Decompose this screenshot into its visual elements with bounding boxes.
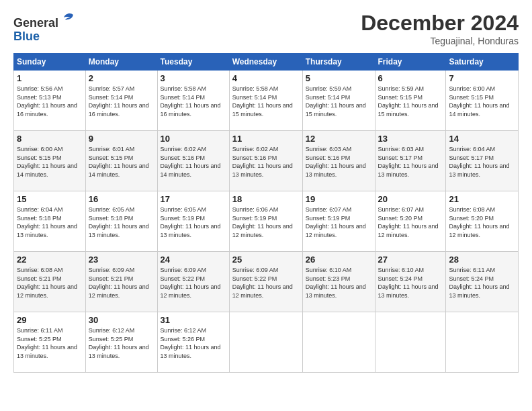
day-number: 2 <box>89 73 154 83</box>
calendar: Sunday Monday Tuesday Wednesday Thursday… <box>13 53 519 373</box>
calendar-cell-day-16: 16Sunrise: 6:05 AMSunset: 5:18 PMDayligh… <box>85 191 157 252</box>
calendar-cell-day-19: 19Sunrise: 6:07 AMSunset: 5:19 PMDayligh… <box>302 191 375 252</box>
day-info: Sunrise: 6:01 AMSunset: 5:15 PMDaylight:… <box>89 146 149 178</box>
calendar-cell-day-31: 31Sunrise: 6:12 AMSunset: 5:26 PMDayligh… <box>157 312 229 373</box>
day-number: 31 <box>161 315 226 325</box>
calendar-week-4: 22Sunrise: 6:08 AMSunset: 5:21 PMDayligh… <box>14 252 519 312</box>
day-number: 13 <box>378 134 443 144</box>
calendar-week-5: 29Sunrise: 6:11 AMSunset: 5:25 PMDayligh… <box>14 312 519 373</box>
calendar-cell-day-8: 8Sunrise: 6:00 AMSunset: 5:15 PMDaylight… <box>14 131 86 191</box>
day-number: 20 <box>378 194 443 204</box>
logo-text: General Blue <box>13 11 76 44</box>
day-info: Sunrise: 6:09 AMSunset: 5:21 PMDaylight:… <box>89 267 149 299</box>
col-saturday: Saturday <box>446 54 519 71</box>
day-info: Sunrise: 6:12 AMSunset: 5:25 PMDaylight:… <box>89 327 149 359</box>
day-number: 21 <box>449 194 515 204</box>
day-number: 3 <box>161 73 226 83</box>
day-info: Sunrise: 6:09 AMSunset: 5:22 PMDaylight:… <box>161 267 221 299</box>
day-info: Sunrise: 6:03 AMSunset: 5:16 PMDaylight:… <box>306 146 366 178</box>
logo-bird-icon <box>60 11 76 27</box>
day-info: Sunrise: 5:59 AMSunset: 5:14 PMDaylight:… <box>306 85 366 118</box>
day-info: Sunrise: 6:03 AMSunset: 5:17 PMDaylight:… <box>378 146 439 178</box>
day-info: Sunrise: 5:56 AMSunset: 5:13 PMDaylight:… <box>17 85 77 118</box>
calendar-cell-day-14: 14Sunrise: 6:04 AMSunset: 5:17 PMDayligh… <box>446 131 519 191</box>
day-number: 28 <box>449 255 515 265</box>
day-info: Sunrise: 6:02 AMSunset: 5:16 PMDaylight:… <box>161 146 221 178</box>
day-number: 15 <box>17 194 83 204</box>
calendar-cell-day-7: 7Sunrise: 6:00 AMSunset: 5:15 PMDaylight… <box>446 71 519 131</box>
day-number: 26 <box>306 255 372 265</box>
day-info: Sunrise: 6:00 AMSunset: 5:15 PMDaylight:… <box>17 146 77 178</box>
col-monday: Monday <box>85 54 157 71</box>
calendar-cell-day-27: 27Sunrise: 6:10 AMSunset: 5:24 PMDayligh… <box>375 252 446 312</box>
calendar-cell-empty <box>446 312 519 373</box>
day-number: 10 <box>161 134 226 144</box>
day-info: Sunrise: 6:09 AMSunset: 5:22 PMDaylight:… <box>232 267 293 299</box>
calendar-cell-day-1: 1Sunrise: 5:56 AMSunset: 5:13 PMDaylight… <box>14 71 86 131</box>
calendar-header-row: Sunday Monday Tuesday Wednesday Thursday… <box>14 54 519 71</box>
calendar-cell-day-22: 22Sunrise: 6:08 AMSunset: 5:21 PMDayligh… <box>14 252 86 312</box>
calendar-cell-day-24: 24Sunrise: 6:09 AMSunset: 5:22 PMDayligh… <box>157 252 229 312</box>
day-info: Sunrise: 6:04 AMSunset: 5:18 PMDaylight:… <box>17 206 77 238</box>
day-number: 25 <box>232 255 300 265</box>
day-number: 14 <box>449 134 515 144</box>
day-info: Sunrise: 6:04 AMSunset: 5:17 PMDaylight:… <box>449 146 509 178</box>
day-number: 19 <box>306 194 372 204</box>
logo-general: General <box>13 16 58 30</box>
day-info: Sunrise: 6:00 AMSunset: 5:15 PMDaylight:… <box>449 85 509 118</box>
month-title: December 2024 <box>361 11 519 36</box>
calendar-cell-day-9: 9Sunrise: 6:01 AMSunset: 5:15 PMDaylight… <box>85 131 157 191</box>
day-number: 4 <box>232 73 300 83</box>
day-info: Sunrise: 6:05 AMSunset: 5:18 PMDaylight:… <box>89 206 149 238</box>
col-tuesday: Tuesday <box>157 54 229 71</box>
logo: General Blue <box>13 11 76 44</box>
day-number: 22 <box>17 255 83 265</box>
day-info: Sunrise: 6:08 AMSunset: 5:21 PMDaylight:… <box>17 267 77 299</box>
day-info: Sunrise: 6:07 AMSunset: 5:20 PMDaylight:… <box>378 206 439 238</box>
logo-blue: Blue <box>13 30 40 43</box>
day-number: 24 <box>161 255 226 265</box>
calendar-week-3: 15Sunrise: 6:04 AMSunset: 5:18 PMDayligh… <box>14 191 519 252</box>
col-wednesday: Wednesday <box>229 54 302 71</box>
page: General Blue December 2024 Teguajinal, H… <box>0 0 532 411</box>
calendar-cell-day-17: 17Sunrise: 6:05 AMSunset: 5:19 PMDayligh… <box>157 191 229 252</box>
calendar-cell-day-5: 5Sunrise: 5:59 AMSunset: 5:14 PMDaylight… <box>302 71 375 131</box>
col-friday: Friday <box>375 54 446 71</box>
day-info: Sunrise: 6:05 AMSunset: 5:19 PMDaylight:… <box>161 206 221 238</box>
calendar-cell-day-29: 29Sunrise: 6:11 AMSunset: 5:25 PMDayligh… <box>14 312 86 373</box>
day-number: 29 <box>17 315 83 325</box>
day-number: 30 <box>89 315 154 325</box>
col-thursday: Thursday <box>302 54 375 71</box>
day-number: 9 <box>89 134 154 144</box>
day-info: Sunrise: 6:07 AMSunset: 5:19 PMDaylight:… <box>306 206 366 238</box>
calendar-cell-day-18: 18Sunrise: 6:06 AMSunset: 5:19 PMDayligh… <box>229 191 302 252</box>
calendar-week-2: 8Sunrise: 6:00 AMSunset: 5:15 PMDaylight… <box>14 131 519 191</box>
day-info: Sunrise: 5:58 AMSunset: 5:14 PMDaylight:… <box>232 85 293 118</box>
calendar-cell-day-20: 20Sunrise: 6:07 AMSunset: 5:20 PMDayligh… <box>375 191 446 252</box>
day-number: 12 <box>306 134 372 144</box>
title-section: December 2024 Teguajinal, Honduras <box>361 11 519 46</box>
calendar-cell-day-10: 10Sunrise: 6:02 AMSunset: 5:16 PMDayligh… <box>157 131 229 191</box>
day-number: 6 <box>378 73 443 83</box>
day-number: 5 <box>306 73 372 83</box>
day-number: 11 <box>232 134 300 144</box>
day-info: Sunrise: 6:10 AMSunset: 5:24 PMDaylight:… <box>378 267 439 299</box>
day-info: Sunrise: 6:10 AMSunset: 5:23 PMDaylight:… <box>306 267 366 299</box>
day-number: 8 <box>17 134 83 144</box>
calendar-cell-day-28: 28Sunrise: 6:11 AMSunset: 5:24 PMDayligh… <box>446 252 519 312</box>
calendar-cell-day-4: 4Sunrise: 5:58 AMSunset: 5:14 PMDaylight… <box>229 71 302 131</box>
location: Teguajinal, Honduras <box>361 36 519 46</box>
calendar-cell-empty <box>302 312 375 373</box>
day-number: 27 <box>378 255 443 265</box>
day-number: 17 <box>161 194 226 204</box>
calendar-cell-day-15: 15Sunrise: 6:04 AMSunset: 5:18 PMDayligh… <box>14 191 86 252</box>
calendar-cell-day-2: 2Sunrise: 5:57 AMSunset: 5:14 PMDaylight… <box>85 71 157 131</box>
calendar-cell-day-23: 23Sunrise: 6:09 AMSunset: 5:21 PMDayligh… <box>85 252 157 312</box>
day-info: Sunrise: 6:02 AMSunset: 5:16 PMDaylight:… <box>232 146 293 178</box>
calendar-cell-empty <box>375 312 446 373</box>
day-info: Sunrise: 6:12 AMSunset: 5:26 PMDaylight:… <box>161 327 221 359</box>
calendar-cell-day-3: 3Sunrise: 5:58 AMSunset: 5:14 PMDaylight… <box>157 71 229 131</box>
col-sunday: Sunday <box>14 54 86 71</box>
day-number: 18 <box>232 194 300 204</box>
calendar-cell-day-21: 21Sunrise: 6:08 AMSunset: 5:20 PMDayligh… <box>446 191 519 252</box>
